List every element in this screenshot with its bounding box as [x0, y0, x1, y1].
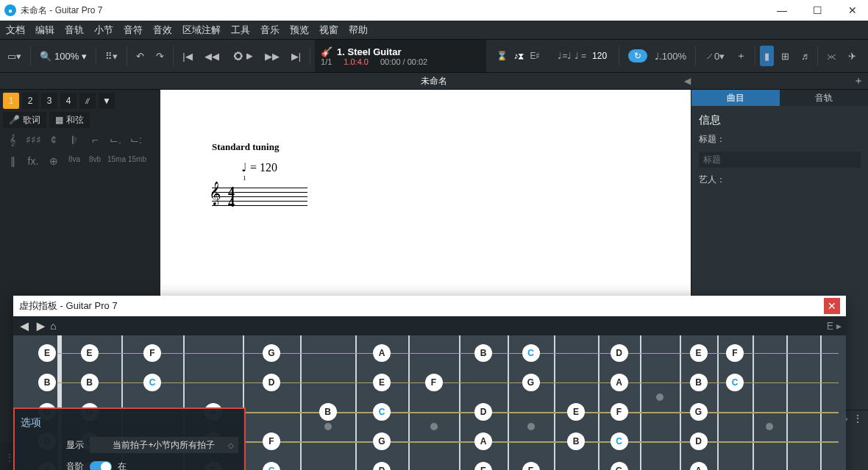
time-sig-icon[interactable]: ¢ — [46, 134, 62, 146]
voice-4-button[interactable]: 4 — [60, 93, 77, 109]
marker-icon[interactable]: ◀ — [684, 76, 691, 86]
fret-home-icon[interactable]: ⌂ — [50, 320, 56, 332]
forward-button[interactable]: ▶▶ — [260, 46, 284, 66]
fret-note[interactable]: E — [690, 344, 708, 362]
8vb-icon[interactable]: 8vb — [87, 155, 103, 167]
zoom-control[interactable]: 🔍 100% ▾ — [35, 51, 91, 62]
maximize-button[interactable]: ☐ — [806, 4, 828, 16]
fret-note[interactable]: F — [522, 462, 540, 470]
voice-3-button[interactable]: 3 — [41, 93, 57, 109]
fretboard-view-button[interactable]: ⊞ — [777, 46, 794, 66]
fret-note[interactable]: A — [373, 344, 391, 362]
chords-button[interactable]: ▦和弦 — [49, 112, 90, 128]
fret-left-button[interactable]: ◀ — [18, 320, 31, 332]
fret-note[interactable]: F — [726, 344, 744, 362]
fret-note[interactable]: C — [373, 403, 391, 421]
fret-note[interactable]: A — [690, 462, 708, 470]
countdown-icon[interactable]: ⌛ — [497, 51, 508, 61]
eq-more-icon[interactable]: ⋮ — [853, 413, 862, 424]
string-1[interactable] — [57, 353, 839, 354]
track-info[interactable]: 🎸1. Steel Guitar 1/1 1.0:4.0 00:00 / 00:… — [315, 40, 486, 72]
tab-song[interactable]: 曲目 — [691, 90, 780, 106]
fret-note[interactable]: G — [690, 403, 708, 421]
fret-note[interactable]: E — [81, 344, 99, 362]
panel-toggle-button[interactable]: ▭▾ — [3, 46, 26, 66]
menu-4[interactable]: 音符 — [124, 24, 143, 37]
menu-0[interactable]: 文档 — [6, 24, 25, 37]
fret-note[interactable]: E — [567, 403, 585, 421]
fret-note[interactable]: C — [522, 344, 540, 362]
fret-note[interactable]: G — [263, 344, 280, 362]
add-tab-button[interactable]: ＋ — [853, 74, 864, 88]
add-button[interactable]: ＋ — [732, 46, 750, 66]
next-bar-button[interactable]: ▶| — [287, 46, 305, 66]
menu-3[interactable]: 小节 — [94, 24, 113, 37]
multivoice-icon[interactable]: ⫽ — [79, 93, 96, 109]
document-name[interactable]: 未命名 — [421, 75, 447, 88]
menu-6[interactable]: 区域注解 — [182, 24, 221, 37]
section-icon[interactable]: ⌙. — [107, 134, 124, 146]
menu-5[interactable]: 音效 — [153, 24, 172, 37]
tempo-display[interactable]: ♩=♩ ♩ =120 — [550, 51, 614, 61]
fx-icon[interactable]: fx. — [25, 155, 41, 167]
15ma-icon[interactable]: 15ma — [107, 155, 124, 167]
string-2[interactable] — [57, 382, 839, 383]
fret-note[interactable]: B — [690, 374, 708, 391]
menu-9[interactable]: 预览 — [290, 24, 309, 37]
fret-note[interactable]: F — [425, 374, 443, 391]
fret-note[interactable]: B — [319, 403, 337, 421]
fret-right-button[interactable]: ▶ — [34, 320, 47, 332]
redo-button[interactable]: ↷ — [152, 46, 168, 66]
prev-bar-button[interactable]: |◀ — [178, 46, 196, 66]
fret-note[interactable]: G — [611, 462, 628, 470]
15mb-icon[interactable]: 15mb — [128, 155, 144, 167]
8va-icon[interactable]: 8va — [66, 155, 82, 167]
octave-icon[interactable]: ⊕ — [46, 155, 62, 167]
minimize-button[interactable]: — — [771, 4, 793, 16]
fret-note[interactable]: C — [611, 432, 628, 450]
fret-note[interactable]: B — [474, 344, 492, 362]
voice-2-button[interactable]: 2 — [22, 93, 38, 109]
scale-toggle[interactable] — [90, 461, 112, 471]
ending-icon[interactable]: ⌐ — [87, 134, 103, 146]
fret-note[interactable]: D — [690, 432, 708, 450]
fret-note[interactable]: E — [373, 374, 391, 391]
loop-button[interactable]: ↻ — [628, 49, 647, 63]
voice-1-button[interactable]: 1 — [3, 93, 19, 109]
fret-note[interactable]: F — [611, 403, 628, 421]
menu-2[interactable]: 音轨 — [65, 24, 84, 37]
lyrics-button[interactable]: 🎤歌词 — [3, 112, 46, 128]
undo-button[interactable]: ↶ — [132, 46, 149, 66]
layout-button[interactable]: ⠿▾ — [101, 46, 122, 66]
speed-trainer[interactable]: ♩. 100% — [650, 46, 691, 66]
wifi-icon[interactable]: ⩙ — [822, 46, 841, 66]
barline-icon[interactable]: ‖ — [4, 155, 21, 167]
fret-note[interactable]: F — [263, 432, 280, 450]
repeat-icon[interactable]: 𝄆 — [66, 134, 82, 146]
fret-note[interactable]: D — [474, 403, 492, 421]
fret-note[interactable]: G — [373, 432, 391, 450]
section2-icon[interactable]: ⌙: — [128, 134, 144, 146]
fret-note[interactable]: C — [726, 374, 744, 391]
close-button[interactable]: ✕ — [842, 4, 864, 16]
fret-note[interactable]: D — [611, 344, 628, 362]
fret-note[interactable]: C — [143, 374, 161, 391]
menu-8[interactable]: 音乐 — [260, 24, 280, 37]
keyboard-view-button[interactable]: ♬ — [797, 46, 813, 66]
menu-7[interactable]: 工具 — [231, 24, 250, 37]
fret-note[interactable]: D — [263, 374, 280, 391]
fretboard-close-button[interactable]: ✕ — [824, 298, 840, 314]
fret-note[interactable]: B — [567, 432, 585, 450]
fret-note[interactable]: A — [611, 374, 628, 391]
menu-11[interactable]: 帮助 — [349, 24, 368, 37]
staff[interactable]: 𝄞 4 4 1 — [212, 188, 307, 210]
tab-track[interactable]: 音轨 — [780, 90, 868, 106]
open-note[interactable]: E — [38, 344, 56, 362]
export-button[interactable]: ✈ — [844, 46, 861, 66]
fret-note[interactable]: A — [474, 432, 492, 450]
score-view-button[interactable]: ▮ — [760, 46, 774, 66]
fretboard[interactable]: 选项 显示 当前拍子+小节内所有拍子◇ 音阶 在 C Major 强调根音位置 … — [13, 335, 846, 470]
play-button[interactable]: ⭘▶ — [227, 46, 257, 66]
fret-note[interactable]: F — [143, 344, 161, 362]
fret-note[interactable]: C — [263, 462, 280, 470]
